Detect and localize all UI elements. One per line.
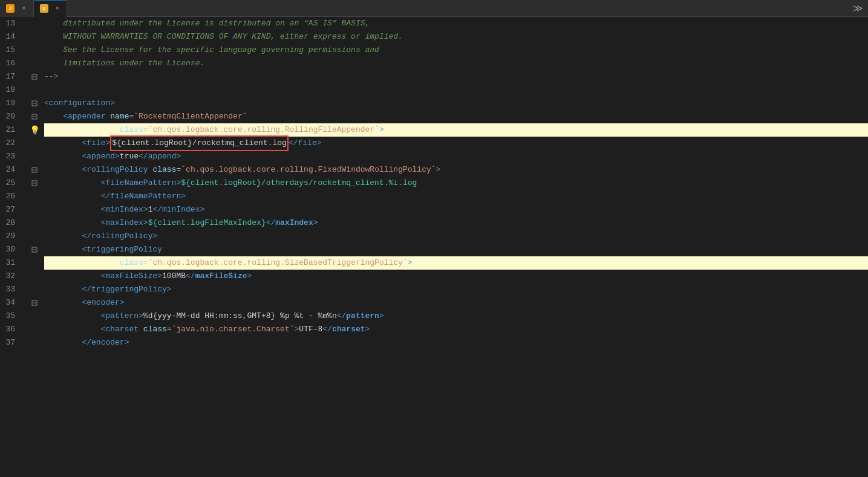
gutter-cell-13 <box>27 17 42 30</box>
line-number-28: 28 <box>0 216 20 230</box>
code-line-28: <maxIndex>${client.logFileMaxIndex}</max… <box>44 216 868 230</box>
line-number-15: 15 <box>0 44 20 57</box>
line-number-30: 30 <box>0 243 20 256</box>
gutter-cell-14 <box>27 30 42 44</box>
gutter-cell-34[interactable] <box>27 296 42 310</box>
line-number-33: 33 <box>0 283 20 296</box>
line-number-35: 35 <box>0 310 20 323</box>
editor: 1314151617181920212223242526272829303132… <box>0 17 868 477</box>
gutter-cell-22 <box>27 137 42 150</box>
line-number-27: 27 <box>0 203 20 216</box>
code-line-24: <rollingPolicy class=˘ch.qos.logback.cor… <box>44 163 868 177</box>
gutter-cell-21: 💡 <box>27 123 42 137</box>
code-line-34: <encoder> <box>44 296 868 310</box>
gutter-cell-15 <box>27 44 42 57</box>
line-number-31: 31 <box>0 256 20 270</box>
gutter-cell-18 <box>27 83 42 97</box>
gutter-cell-17[interactable] <box>27 70 42 83</box>
line-numbers: 1314151617181920212223242526272829303132… <box>0 17 27 477</box>
line-number-16: 16 <box>0 57 20 70</box>
code-content: distributed under the License is distrib… <box>42 17 868 477</box>
code-line-16: limitations under the License. <box>44 57 868 70</box>
gutter-cell-19[interactable] <box>27 97 42 110</box>
code-line-17: --> <box>44 70 868 83</box>
java-icon: J <box>6 4 15 13</box>
gutter-cell-36 <box>27 323 42 336</box>
tab-bar: J × X × ≫ <box>0 0 868 17</box>
gutter-cell-20[interactable] <box>27 110 42 123</box>
line-number-17: 17 <box>0 70 20 83</box>
gutter-cell-26 <box>27 190 42 203</box>
line-number-23: 23 <box>0 150 20 163</box>
code-line-31: class=˘ch.qos.logback.core.rolling.SizeB… <box>44 256 868 270</box>
code-line-26: </fileNamePattern> <box>44 190 868 203</box>
gutter-cell-23 <box>27 150 42 163</box>
line-number-34: 34 <box>0 296 20 310</box>
code-line-29: </rollingPolicy> <box>44 230 868 243</box>
line-number-26: 26 <box>0 190 20 203</box>
gutter-cell-28 <box>27 216 42 230</box>
code-line-14: WITHOUT WARRANTIES OR CONDITIONS OF ANY … <box>44 30 868 44</box>
code-line-25: <fileNamePattern>${client.logRoot}/other… <box>44 177 868 190</box>
line-number-19: 19 <box>0 97 20 110</box>
code-line-13: distributed under the License is distrib… <box>44 17 868 30</box>
gutter-cell-29 <box>27 230 42 243</box>
code-line-30: <triggeringPolicy <box>44 243 868 256</box>
gutter-cell-31 <box>27 256 42 270</box>
gutter-cell-32 <box>27 270 42 283</box>
code-line-32: <maxFileSize>100MB</maxFileSize> <box>44 270 868 283</box>
line-number-37: 37 <box>0 336 20 349</box>
line-number-13: 13 <box>0 17 20 30</box>
line-number-20: 20 <box>0 110 20 123</box>
code-line-19: <configuration> <box>44 97 868 110</box>
code-line-27: <minIndex>1</minIndex> <box>44 203 868 216</box>
gutter-cell-25[interactable] <box>27 177 42 190</box>
gutter-cell-16 <box>27 57 42 70</box>
line-number-36: 36 <box>0 323 20 336</box>
code-line-20: <appender name=˘RocketmqClientAppender˘ <box>44 110 868 123</box>
line-number-14: 14 <box>0 30 20 44</box>
gutter-cell-35 <box>27 310 42 323</box>
code-line-15: See the License for the specific languag… <box>44 44 868 57</box>
line-number-18: 18 <box>0 83 20 97</box>
line-number-21: 21 <box>0 123 20 137</box>
tab-close-xml[interactable]: × <box>54 4 61 13</box>
code-line-18 <box>44 83 868 97</box>
tab-close-clientlogger[interactable]: × <box>21 4 27 13</box>
line-number-22: 22 <box>0 137 20 150</box>
line-number-29: 29 <box>0 230 20 243</box>
line-number-24: 24 <box>0 163 20 177</box>
code-line-21: class=˘ch.qos.logback.core.rolling.Rolli… <box>44 123 868 137</box>
tab-logback-xml[interactable]: X × <box>34 0 68 17</box>
code-line-22: <file>${client.logRoot}/rocketmq_client.… <box>44 137 868 150</box>
gutter-cell-37 <box>27 336 42 349</box>
gutter-cell-33 <box>27 283 42 296</box>
code-line-23: <append>true</append> <box>44 150 868 163</box>
code-line-35: <pattern>%d{yyy-MM-dd HH:mm:ss,GMT+8} %p… <box>44 310 868 323</box>
gutter-cell-24[interactable] <box>27 163 42 177</box>
code-line-36: <charset class=˘java.nio.charset.Charset… <box>44 323 868 336</box>
gutter-area: 💡 <box>27 17 42 477</box>
line-number-25: 25 <box>0 177 20 190</box>
gutter-cell-27 <box>27 203 42 216</box>
gutter-cell-30[interactable] <box>27 243 42 256</box>
xml-icon: X <box>40 4 48 13</box>
more-tabs-button[interactable]: ≫ <box>848 2 868 15</box>
tab-clientlogger[interactable]: J × <box>0 0 34 17</box>
code-line-33: </triggeringPolicy> <box>44 283 868 296</box>
line-number-32: 32 <box>0 270 20 283</box>
code-line-37: </encoder> <box>44 336 868 349</box>
